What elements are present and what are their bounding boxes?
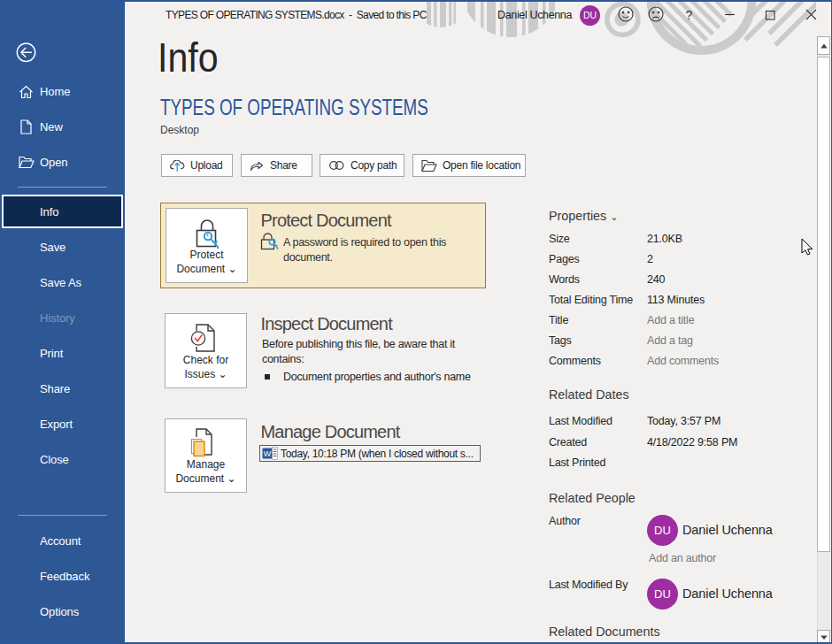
svg-text:W: W bbox=[264, 449, 272, 458]
